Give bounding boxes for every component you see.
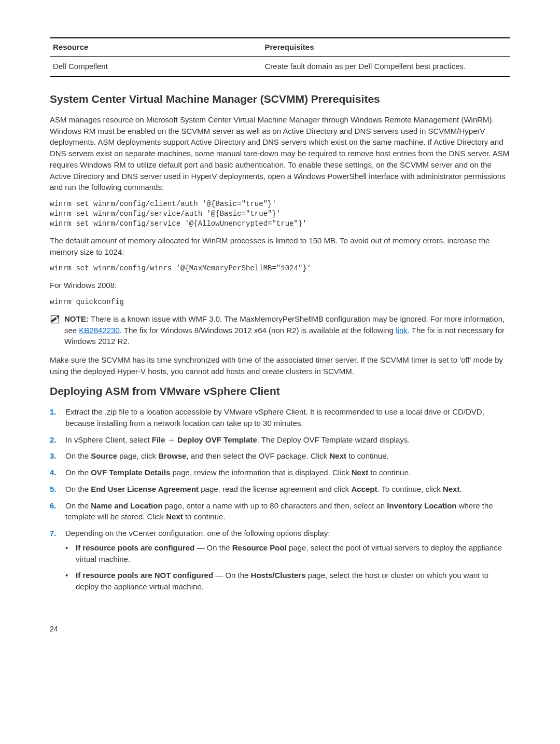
s6a: On the: [65, 501, 91, 510]
s5b: End User License Agreement: [91, 485, 199, 493]
deploy-heading: Deploying ASM from VMware vSphere Client: [50, 383, 510, 399]
deploy-steps: Extract the .zip file to a location acce…: [50, 406, 510, 593]
note-block: NOTE: There is a known issue with WMF 3.…: [50, 313, 510, 347]
s6f: Next: [166, 512, 183, 521]
header-resource: Resource: [50, 42, 261, 53]
b1a: If resource pools are configured: [76, 543, 194, 552]
s3b: Source: [91, 451, 117, 460]
s3f: Next: [329, 451, 346, 460]
page-number: 24: [50, 624, 510, 634]
s6c: page, enter a name with up to 80 charact…: [163, 501, 387, 510]
table-header-row: Resource Prerequisites: [50, 38, 510, 57]
s3d: Browse: [158, 451, 186, 460]
scvmm-heading: System Center Virtual Machine Manager (S…: [50, 91, 510, 107]
bullet-2: If resource pools are NOT configured — O…: [65, 570, 510, 593]
winrm-memory-text: The default amount of memory allocated f…: [50, 235, 510, 258]
s6g: to continue.: [183, 512, 226, 521]
s4b: OVF Template Details: [91, 468, 170, 477]
winrm-memory-code: winrm set winrm/config/winrs '@{MaxMemor…: [50, 264, 510, 273]
svg-point-0: [56, 317, 58, 319]
step-2-bold: File → Deploy OVF Template: [152, 435, 257, 444]
b1b: — On the: [194, 543, 232, 552]
s3c: page, click: [117, 451, 158, 460]
step-2-a: In vSphere Client, select: [65, 435, 152, 444]
b2b: — On the: [213, 571, 251, 580]
step-1-text: Extract the .zip file to a location acce…: [65, 407, 484, 428]
cell-prereq: Create fault domain as per Dell Compelle…: [261, 61, 510, 72]
win2008-label: For Windows 2008:: [50, 280, 510, 291]
s7: Depending on the vCenter configuration, …: [65, 529, 330, 538]
step-2: In vSphere Client, select File → Deploy …: [50, 434, 510, 446]
step-7-bullets: If resource pools are configured — On th…: [65, 542, 510, 593]
b2a: If resource pools are NOT configured: [76, 571, 213, 580]
step-3: On the Source page, click Browse, and th…: [50, 450, 510, 462]
s5f: Next: [443, 485, 460, 493]
s5g: .: [459, 485, 461, 493]
note-body: NOTE: There is a known issue with WMF 3.…: [64, 313, 510, 347]
note-icon: [50, 314, 60, 324]
s4e: to continue.: [368, 468, 411, 477]
cell-resource: Dell Compellent: [50, 61, 261, 72]
s3a: On the: [65, 451, 91, 460]
s6b: Name and Location: [91, 501, 162, 510]
b2c: Hosts/Clusters: [251, 571, 306, 580]
step-2-c: . The Deploy OVF Template wizard display…: [257, 435, 410, 444]
fix-link[interactable]: link: [396, 326, 408, 335]
scvmm-time-sync: Make sure the SCVMM has its time synchro…: [50, 354, 510, 377]
winrm-quickconfig-code: winrm quickconfig: [50, 297, 510, 307]
kb-link[interactable]: KB2842230: [79, 326, 119, 335]
s5c: page, read the license agreement and cli…: [199, 485, 351, 493]
step-4: On the OVF Template Details page, review…: [50, 467, 510, 478]
s3g: to continue.: [346, 451, 389, 460]
s4c: page, review the information that is dis…: [170, 468, 351, 477]
s4d: Next: [352, 468, 369, 477]
step-7: Depending on the vCenter configuration, …: [50, 528, 510, 593]
s3e: , and then select the OVF package. Click: [186, 451, 329, 460]
note-text-b: . The fix for Windows 8/Windows 2012 x64…: [120, 326, 396, 335]
s5e: . To continue, click: [377, 485, 442, 493]
s5d: Accept: [351, 485, 377, 493]
scvmm-intro: ASM manages resource on Microsoft System…: [50, 114, 510, 193]
prereq-table: Resource Prerequisites Dell Compellent C…: [50, 37, 510, 77]
b1c: Resource Pool: [232, 543, 287, 552]
table-row: Dell Compellent Create fault domain as p…: [50, 57, 510, 76]
winrm-auth-code: winrm set winrm/config/client/auth '@{Ba…: [50, 199, 510, 229]
step-6: On the Name and Location page, enter a n…: [50, 500, 510, 523]
note-label: NOTE:: [64, 314, 91, 323]
header-prereq: Prerequisites: [261, 42, 510, 53]
step-5: On the End User License Agreement page, …: [50, 484, 510, 495]
bullet-1: If resource pools are configured — On th…: [65, 542, 510, 565]
step-1: Extract the .zip file to a location acce…: [50, 406, 510, 429]
s6d: Inventory Location: [387, 501, 456, 510]
s5a: On the: [65, 485, 91, 493]
s4a: On the: [65, 468, 91, 477]
